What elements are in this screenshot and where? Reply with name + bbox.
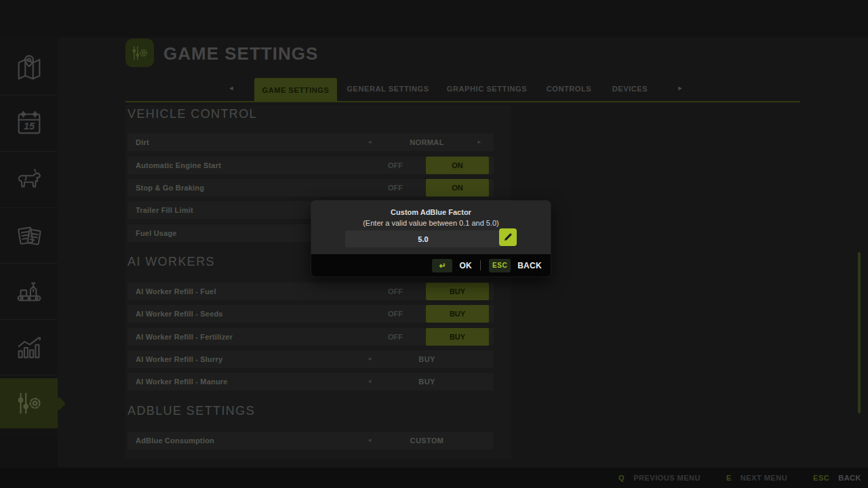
- pencil-icon: [502, 232, 513, 243]
- dialog-title: Custom AdBlue Factor: [311, 208, 551, 216]
- dialog-footer: ↵ OK ESC BACK: [311, 254, 551, 277]
- footer-separator: [480, 260, 481, 270]
- game-settings-screen: 15 GAME SETTINGS ◄GAME SETTINGSGENERAL S…: [0, 0, 868, 488]
- custom-adblue-dialog: Custom AdBlue Factor (Enter a valid valu…: [311, 201, 551, 277]
- ok-button[interactable]: OK: [459, 261, 472, 270]
- enter-key-icon: ↵: [432, 259, 452, 272]
- adblue-factor-input[interactable]: [345, 230, 501, 247]
- esc-key-badge: ESC: [489, 259, 511, 272]
- dialog-subtitle: (Enter a valid value between 0.1 and 5.0…: [311, 219, 551, 227]
- dialog-body: Custom AdBlue Factor (Enter a valid valu…: [311, 201, 551, 254]
- back-button[interactable]: BACK: [517, 261, 542, 270]
- edit-button[interactable]: [499, 228, 517, 246]
